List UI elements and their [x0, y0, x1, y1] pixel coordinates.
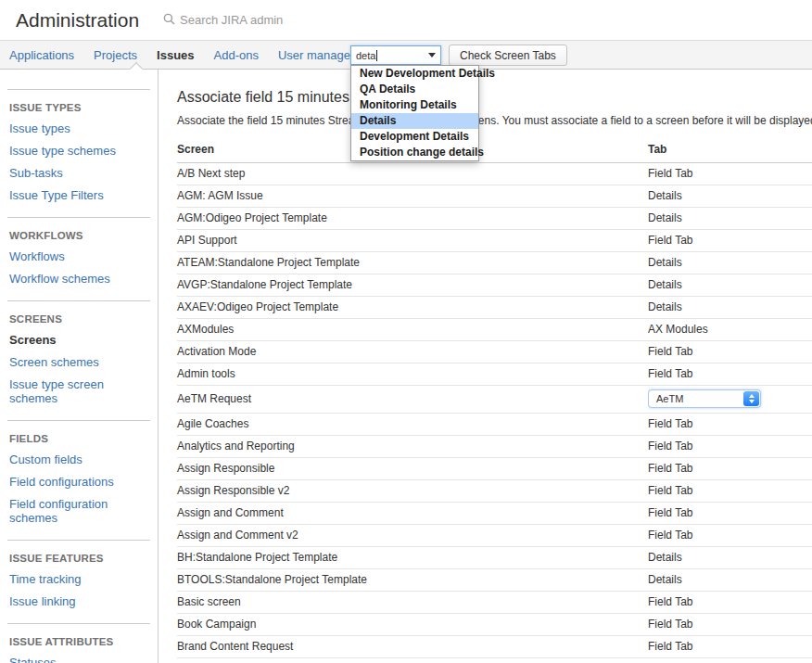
- sidebar-item-custom-fields[interactable]: Custom fields: [9, 449, 148, 471]
- tab-cell: Details: [648, 547, 812, 569]
- nav-item-applications[interactable]: Applications: [9, 48, 74, 62]
- table-row: A/B Next stepField Tab: [177, 163, 812, 185]
- admin-search: [163, 12, 337, 29]
- table-row: Admin toolsField Tab: [177, 363, 812, 386]
- sidebar-item-workflow-schemes[interactable]: Workflow schemes: [9, 268, 148, 290]
- tab-cell: Field Tab: [648, 525, 812, 547]
- screen-name-cell: AXModules: [177, 319, 648, 341]
- sidebar-item-field-configurations[interactable]: Field configurations: [9, 471, 148, 493]
- tab-cell: Field Tab: [648, 636, 812, 658]
- nav-item-issues[interactable]: Issues: [157, 48, 194, 62]
- tab-cell: Field Tab: [648, 230, 812, 252]
- screen-name-cell: AXAEV:Odigeo Project Template: [177, 297, 648, 319]
- screen-name-cell: Basic screen: [177, 592, 648, 614]
- table-row: AGM: AGM IssueDetails: [177, 185, 812, 208]
- sidebar-item-field-configuration-schemes[interactable]: Field configuration schemes: [9, 493, 148, 529]
- admin-sidebar: ISSUE TYPESIssue typesIssue type schemes…: [0, 70, 159, 663]
- dropdown-option-development-details[interactable]: Development Details: [351, 129, 478, 145]
- table-row: BH:Standalone Project TemplateDetails: [177, 547, 812, 569]
- sidebar-item-statuses[interactable]: Statuses: [9, 652, 148, 663]
- sidebar-section-issue-types: ISSUE TYPESIssue typesIssue type schemes…: [7, 89, 150, 217]
- screen-name-cell: Brand Content Request: [177, 636, 648, 658]
- table-row: BTOOLS:Standalone Project TemplateDetail…: [177, 569, 812, 592]
- main-content: Associate field 15 minutes Stream to scr…: [159, 70, 812, 663]
- table-row: Assign and CommentField Tab: [177, 503, 812, 525]
- screen-name-cell: ATEAM:Standalone Project Template: [177, 252, 648, 274]
- table-row: Agile CoachesField Tab: [177, 414, 812, 436]
- screen-name-cell: Analytics and Reporting: [177, 436, 648, 458]
- tab-cell: AeTM: [648, 386, 812, 414]
- dropdown-option-position-change-details[interactable]: Position change details: [351, 145, 478, 160]
- tab-suggestions-dropdown: New Development DetailsQA DetailsMonitor…: [350, 65, 479, 161]
- table-row: Assign ResponsibleField Tab: [177, 458, 812, 480]
- tab-select[interactable]: AeTM: [648, 389, 761, 408]
- dropdown-option-monitoring-details[interactable]: Monitoring Details: [351, 97, 478, 113]
- screens-table: Screen Tab A/B Next stepField TabAGM: AG…: [177, 137, 812, 658]
- screen-name-cell: Assign Responsible: [177, 458, 648, 480]
- screen-name-cell: AVGP:Standalone Project Template: [177, 274, 648, 297]
- table-row: Assign Responsible v2Field Tab: [177, 480, 812, 503]
- screen-name-cell: AeTM Request: [177, 386, 648, 414]
- sidebar-item-issue-type-screen-schemes[interactable]: Issue type screen schemes: [9, 374, 148, 410]
- jira-admin-page: Administration ApplicationsProjectsIssue…: [0, 0, 812, 663]
- nav-item-projects[interactable]: Projects: [94, 48, 137, 62]
- tab-cell: Field Tab: [648, 458, 812, 480]
- search-input[interactable]: [180, 13, 337, 27]
- sidebar-item-workflows[interactable]: Workflows: [9, 246, 148, 268]
- sidebar-item-screens[interactable]: Screens: [9, 329, 148, 351]
- sidebar-section-title: ISSUE FEATURES: [9, 553, 148, 564]
- sidebar-item-issue-linking[interactable]: Issue linking: [9, 591, 148, 613]
- tab-cell: Details: [648, 569, 812, 592]
- screen-name-cell: A/B Next step: [177, 163, 648, 185]
- combobox-value: deta: [356, 50, 375, 61]
- sidebar-section-fields: FIELDSCustom fieldsField configurationsF…: [7, 420, 150, 540]
- tab-cell: Details: [648, 252, 812, 274]
- tab-cell: Field Tab: [648, 163, 812, 185]
- table-row: Book CampaignField Tab: [177, 614, 812, 636]
- table-row: AXModulesAX Modules: [177, 319, 812, 341]
- sidebar-item-issue-type-filters[interactable]: Issue Type Filters: [9, 185, 148, 207]
- nav-item-add-ons[interactable]: Add-ons: [214, 48, 259, 62]
- sidebar-section-issue-attributes: ISSUE ATTRIBUTESStatusesResolutionsPrior…: [7, 623, 150, 663]
- sidebar-item-screen-schemes[interactable]: Screen schemes: [9, 351, 148, 374]
- screen-name-cell: Agile Coaches: [177, 414, 648, 436]
- section-description: Associate the field 15 minutes Stream to…: [177, 114, 812, 127]
- screen-name-cell: Book Campaign: [177, 614, 648, 636]
- check-screen-tabs-button[interactable]: Check Screen Tabs: [449, 45, 567, 66]
- table-row: AeTM RequestAeTM: [177, 386, 812, 414]
- table-header-row: Screen Tab: [177, 137, 812, 163]
- tab-cell: Details: [648, 297, 812, 319]
- sidebar-item-time-tracking[interactable]: Time tracking: [9, 568, 148, 591]
- combobox-caret-icon: [428, 53, 436, 57]
- screen-name-cell: API Support: [177, 230, 648, 252]
- sidebar-item-issue-types[interactable]: Issue types: [9, 118, 148, 140]
- table-row: AXAEV:Odigeo Project TemplateDetails: [177, 297, 812, 319]
- table-row: Assign and Comment v2Field Tab: [177, 525, 812, 547]
- screen-name-cell: Activation Mode: [177, 341, 648, 363]
- sidebar-section-title: WORKFLOWS: [9, 230, 148, 241]
- table-row: ATEAM:Standalone Project TemplateDetails: [177, 252, 812, 274]
- screen-name-cell: BTOOLS:Standalone Project Template: [177, 569, 648, 592]
- sidebar-item-issue-type-schemes[interactable]: Issue type schemes: [9, 140, 148, 162]
- table-row: Activation ModeField Tab: [177, 341, 812, 363]
- screen-name-cell: BH:Standalone Project Template: [177, 547, 648, 569]
- dropdown-option-new-development-details[interactable]: New Development Details: [351, 66, 478, 82]
- dropdown-option-details[interactable]: Details: [351, 113, 478, 129]
- top-header: Administration: [0, 0, 812, 40]
- screens-table-body: A/B Next stepField TabAGM: AGM IssueDeta…: [177, 163, 812, 658]
- tab-cell: Field Tab: [648, 414, 812, 436]
- sidebar-item-sub-tasks[interactable]: Sub-tasks: [9, 162, 148, 185]
- sidebar-section-title: FIELDS: [9, 433, 148, 444]
- table-row: AVGP:Standalone Project TemplateDetails: [177, 274, 812, 297]
- tab-cell: Field Tab: [648, 436, 812, 458]
- table-row: Analytics and ReportingField Tab: [177, 436, 812, 458]
- column-header-tab: Tab: [648, 137, 812, 163]
- dropdown-option-qa-details[interactable]: QA Details: [351, 82, 478, 97]
- sidebar-section-screens: SCREENSScreensScreen schemesIssue type s…: [7, 300, 150, 420]
- screen-tabs-combobox[interactable]: deta: [350, 45, 441, 65]
- text-cursor: [376, 50, 377, 61]
- sidebar-section-title: ISSUE TYPES: [9, 102, 148, 113]
- screen-name-cell: Assign and Comment: [177, 503, 648, 525]
- table-row: Brand Content RequestField Tab: [177, 636, 812, 658]
- table-row: Basic screenField Tab: [177, 592, 812, 614]
